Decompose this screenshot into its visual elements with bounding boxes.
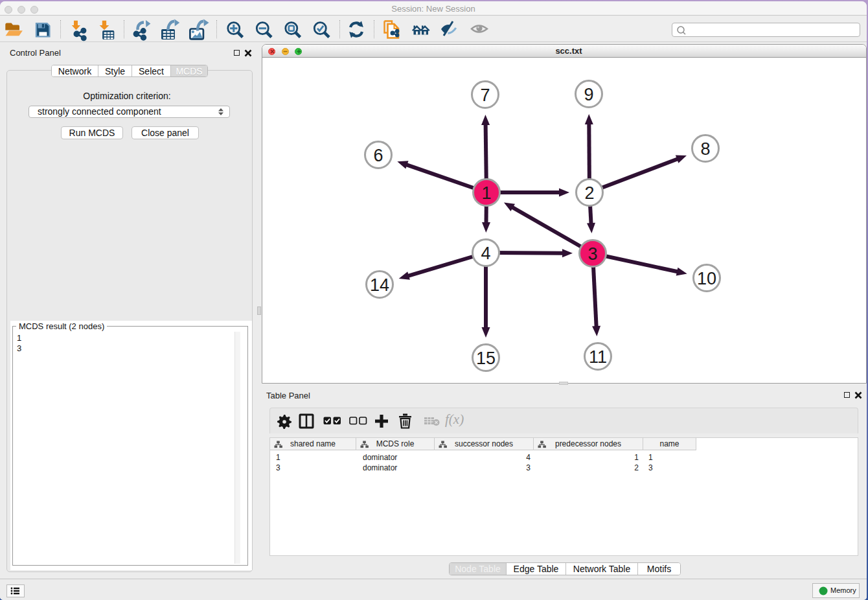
svg-text:2: 2 bbox=[584, 183, 594, 203]
svg-text:6: 6 bbox=[373, 146, 383, 165]
svg-text:7: 7 bbox=[480, 86, 490, 105]
svg-text:3: 3 bbox=[588, 244, 597, 264]
svg-text:9: 9 bbox=[584, 85, 593, 104]
svg-text:1: 1 bbox=[481, 183, 491, 203]
svg-text:14: 14 bbox=[370, 275, 389, 295]
svg-text:4: 4 bbox=[481, 244, 490, 263]
svg-text:10: 10 bbox=[697, 269, 716, 288]
svg-text:11: 11 bbox=[589, 347, 607, 367]
svg-text:8: 8 bbox=[700, 139, 710, 159]
svg-text:15: 15 bbox=[476, 349, 496, 368]
